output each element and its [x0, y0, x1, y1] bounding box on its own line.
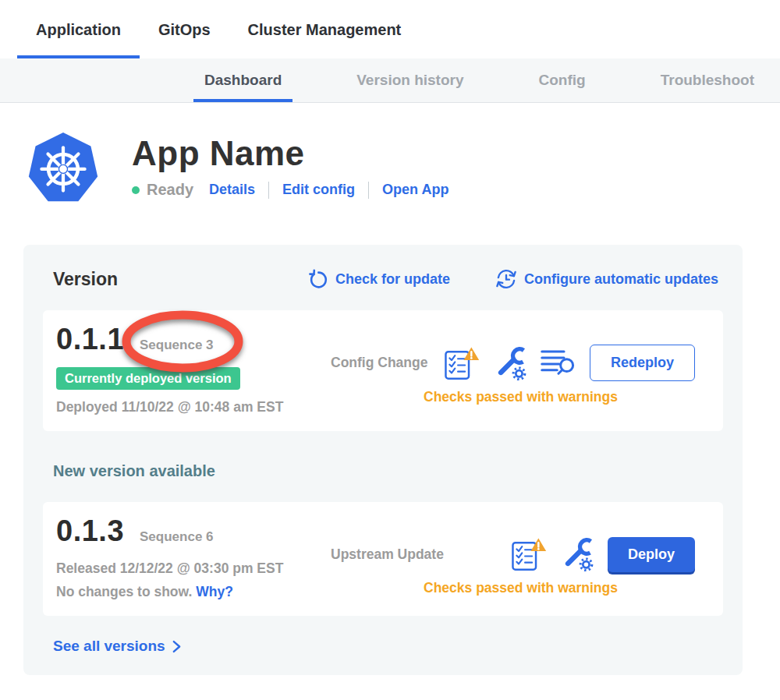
divider [268, 182, 269, 199]
released-timestamp: Released 12/12/22 @ 03:30 pm EST [56, 560, 331, 577]
chevron-right-icon [172, 640, 181, 653]
top-nav: Application GitOps Cluster Management [0, 0, 780, 58]
currently-deployed-badge: Currently deployed version [56, 367, 240, 390]
configure-automatic-updates-label: Configure automatic updates [524, 271, 718, 288]
app-header: App Name Ready Details Edit config Open … [27, 131, 780, 209]
top-nav-application[interactable]: Application [17, 0, 140, 58]
details-link[interactable]: Details [209, 182, 255, 198]
no-changes-text: No changes to show. [56, 584, 192, 599]
available-version-sequence: Sequence 6 [140, 529, 214, 545]
version-panel: Version Check for update [23, 245, 743, 675]
app-sub-nav: Dashboard Version history Config Trouble… [0, 58, 780, 103]
edit-config-wrench-icon[interactable] [560, 537, 594, 571]
new-version-heading: New version available [53, 462, 723, 480]
check-for-update-label: Check for update [335, 271, 450, 288]
refresh-icon [308, 269, 328, 289]
why-link[interactable]: Why? [196, 584, 233, 599]
tab-config[interactable]: Config [528, 58, 597, 102]
tab-dashboard[interactable]: Dashboard [193, 58, 292, 102]
version-panel-title: Version [53, 269, 118, 290]
redeploy-button[interactable]: Redeploy [590, 345, 695, 381]
deployed-timestamp: Deployed 11/10/22 @ 10:48 am EST [56, 399, 331, 415]
divider [368, 182, 369, 199]
preflight-checks-icon[interactable] [511, 536, 547, 572]
deploy-button[interactable]: Deploy [608, 537, 695, 572]
current-version-sequence: Sequence 3 [140, 338, 214, 353]
edit-config-link[interactable]: Edit config [282, 182, 355, 198]
open-app-link[interactable]: Open App [382, 182, 448, 198]
clock-refresh-icon [495, 268, 517, 290]
available-version-number: 0.1.3 [56, 514, 124, 548]
preflight-checks-icon[interactable] [444, 345, 480, 381]
check-for-update-button[interactable]: Check for update [308, 269, 450, 289]
ready-status-dot-icon [132, 186, 140, 194]
view-files-icon[interactable] [541, 347, 576, 380]
configure-automatic-updates-button[interactable]: Configure automatic updates [495, 268, 718, 290]
current-version-number: 0.1.1 [56, 323, 124, 356]
tab-version-history[interactable]: Version history [346, 58, 474, 102]
edit-config-wrench-icon[interactable] [493, 346, 527, 380]
version-source-type: Config Change [331, 355, 427, 371]
current-version-card: 0.1.1 Sequence 3 Currently deployed vers… [43, 310, 723, 431]
kubernetes-logo-icon [27, 131, 99, 209]
version-source-type: Upstream Update [331, 546, 444, 563]
top-nav-gitops[interactable]: GitOps [140, 0, 229, 58]
see-all-versions-link[interactable]: See all versions [53, 638, 181, 655]
page-title: App Name [132, 134, 448, 173]
tab-troubleshoot[interactable]: Troubleshoot [650, 58, 765, 102]
app-status-text: Ready [147, 181, 193, 199]
top-nav-cluster-management[interactable]: Cluster Management [229, 0, 420, 58]
available-version-card: 0.1.3 Sequence 6 Released 12/12/22 @ 03:… [43, 502, 723, 616]
see-all-versions-label: See all versions [53, 638, 165, 655]
checks-status-text: Checks passed with warnings [331, 389, 711, 405]
checks-status-text: Checks passed with warnings [331, 580, 711, 596]
